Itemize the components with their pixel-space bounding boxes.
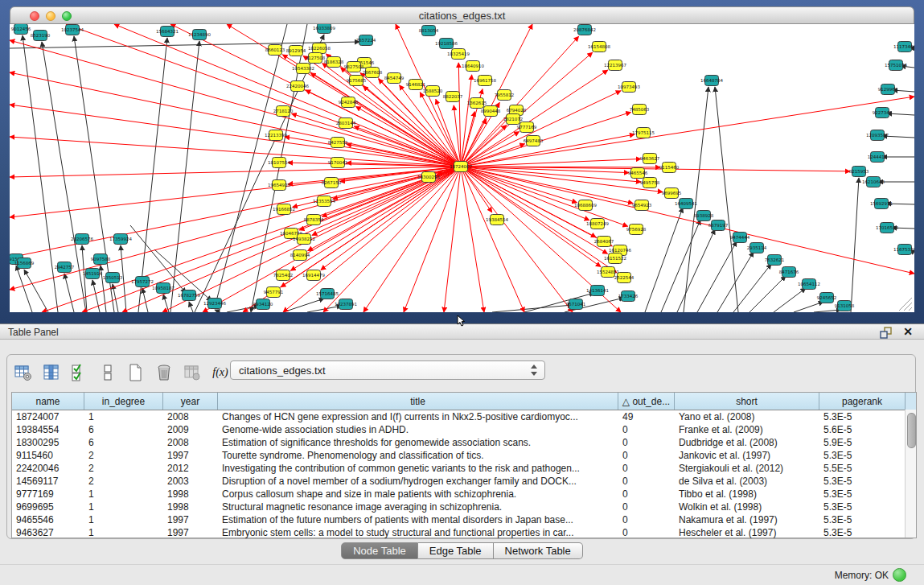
table-row[interactable]: 1938455462009Genome-wide association stu… (12, 423, 916, 436)
cell-in-degree[interactable]: 2 (84, 475, 163, 488)
cell-title[interactable]: Corpus callosum shape and size in male p… (218, 488, 618, 501)
cell-short[interactable]: Wolkin et al. (1998) (675, 501, 819, 513)
column-header-name[interactable]: name (12, 393, 84, 410)
cell-in-degree[interactable]: 1 (84, 488, 163, 501)
column-selection-button[interactable] (42, 363, 61, 382)
cell-name[interactable]: 9463627 (12, 526, 84, 539)
cell-pagerank[interactable]: 5.3E-5 (819, 449, 906, 462)
cell-title[interactable]: Embryonic stem cells: a model to study s… (218, 526, 618, 539)
select-all-rows-button[interactable] (70, 363, 89, 382)
cell-title[interactable]: Changes of HCN gene expression and I(f) … (218, 410, 618, 423)
cell-short[interactable]: Yano et al. (2008) (675, 410, 819, 423)
cell-year[interactable]: 2009 (163, 423, 218, 436)
cell-name[interactable]: 22420046 (12, 462, 84, 475)
cell-in-degree[interactable]: 1 (84, 410, 163, 423)
cell-pagerank[interactable]: 5.3E-5 (819, 475, 906, 488)
cell-name[interactable]: 14569117 (12, 475, 84, 488)
cell-out-de-[interactable]: 0 (618, 462, 675, 475)
cell-name[interactable]: 9465546 (12, 513, 84, 526)
table-row[interactable]: 946362711997Embryonic stem cells: a mode… (12, 526, 916, 539)
cell-pagerank[interactable]: 5.3E-5 (819, 513, 906, 526)
cell-in-degree[interactable]: 6 (84, 436, 163, 449)
cell-name[interactable]: 9115460 (12, 449, 84, 462)
cell-short[interactable]: Dudbridge et al. (2008) (675, 436, 819, 449)
cell-out-de-[interactable]: 0 (618, 436, 675, 449)
cell-out-de-[interactable]: 0 (618, 475, 675, 488)
table-settings-button[interactable] (14, 363, 33, 382)
cell-in-degree[interactable]: 2 (84, 449, 163, 462)
cell-pagerank[interactable]: 5.3E-5 (819, 488, 906, 501)
cell-title[interactable]: Genome-wide association studies in ADHD. (218, 423, 618, 436)
column-header-pagerank[interactable]: pagerank (819, 393, 906, 410)
close-panel-icon[interactable]: ✕ (903, 325, 913, 338)
float-panel-icon[interactable] (879, 327, 893, 339)
vertical-scrollbar[interactable] (905, 410, 916, 538)
cell-year[interactable]: 1998 (163, 501, 218, 513)
table-row[interactable]: 977716911998Corpus callosum shape and si… (12, 488, 916, 501)
cell-out-de-[interactable]: 0 (618, 501, 675, 513)
cell-year[interactable]: 1997 (163, 513, 218, 526)
cell-in-degree[interactable]: 1 (84, 513, 163, 526)
column-header-year[interactable]: year (163, 393, 218, 410)
column-header-title[interactable]: title (218, 393, 618, 410)
cell-title[interactable]: Investigating the contribution of common… (218, 462, 618, 475)
cell-short[interactable]: Franke et al. (2009) (675, 423, 819, 436)
cell-name[interactable]: 9777169 (12, 488, 84, 501)
table-row[interactable]: 969969511998Structural magnetic resonanc… (12, 501, 916, 513)
table-row[interactable]: 1830029562008Estimation of significance … (12, 436, 916, 449)
cell-year[interactable]: 2008 (163, 410, 218, 423)
tab-network-table[interactable]: Network Table (494, 542, 583, 559)
cell-pagerank[interactable]: 5.9E-5 (819, 436, 906, 449)
cell-year[interactable]: 1997 (163, 526, 218, 539)
new-table-button[interactable] (126, 363, 146, 382)
table-row[interactable]: 946554611997Estimation of the future num… (12, 513, 916, 526)
cell-short[interactable]: de Silva et al. (2003) (675, 475, 819, 488)
cell-year[interactable]: 2003 (163, 475, 218, 488)
clear-selection-button[interactable] (98, 363, 117, 382)
cell-pagerank[interactable]: 5.3E-5 (819, 501, 906, 513)
cell-pagerank[interactable]: 5.5E-5 (819, 462, 906, 475)
table-chooser-dropdown[interactable]: citations_edges.txt (230, 360, 545, 380)
cell-short[interactable]: Hescheler et al. (1997) (675, 526, 819, 539)
memory-status-indicator[interactable] (893, 568, 906, 582)
cell-in-degree[interactable]: 2 (84, 462, 163, 475)
cell-name[interactable]: 9699695 (12, 501, 84, 513)
cell-short[interactable]: Stergiakouli et al. (2012) (675, 462, 819, 475)
cell-short[interactable]: Nakamura et al. (1997) (675, 513, 819, 526)
cell-out-de-[interactable]: 0 (618, 488, 675, 501)
cell-title[interactable]: Estimation of significance thresholds fo… (218, 436, 618, 449)
column-header-in-degree[interactable]: in_degree (84, 393, 163, 410)
cell-out-de-[interactable]: 0 (618, 513, 675, 526)
tab-node-table[interactable]: Node Table (341, 542, 418, 559)
table-row[interactable]: 2242004622012Investigating the contribut… (12, 462, 916, 475)
network-window-titlebar[interactable]: citations_edges.txt (10, 6, 914, 24)
table-row[interactable]: 911546021997Tourette syndrome. Phenomeno… (12, 449, 916, 462)
cell-year[interactable]: 1998 (163, 488, 218, 501)
tab-edge-table[interactable]: Edge Table (418, 542, 494, 559)
cell-pagerank[interactable]: 5.6E-5 (819, 423, 906, 436)
cell-in-degree[interactable]: 1 (84, 526, 163, 539)
scrollbar-thumb[interactable] (907, 413, 916, 448)
cell-title[interactable]: Tourette syndrome. Phenomenology and cla… (218, 449, 618, 462)
table-row[interactable]: 1872400712008Changes of HCN gene express… (12, 410, 916, 423)
cell-pagerank[interactable]: 5.3E-5 (819, 526, 906, 539)
cell-out-de-[interactable]: 0 (618, 449, 675, 462)
cell-name[interactable]: 18724007 (12, 410, 84, 423)
network-graph[interactable]: 1872400786601238912954182260589127508818… (10, 24, 914, 312)
network-canvas[interactable]: 1872400786601238912954182260589127508818… (10, 24, 914, 312)
cell-name[interactable]: 19384554 (12, 423, 84, 436)
cell-pagerank[interactable]: 5.3E-5 (819, 410, 906, 423)
cell-year[interactable]: 1997 (163, 449, 218, 462)
cell-short[interactable]: Tibbo et al. (1998) (675, 488, 819, 501)
column-header-out-de-[interactable]: △ out_de... (618, 393, 675, 410)
cell-name[interactable]: 18300295 (12, 436, 84, 449)
table-row[interactable]: 1456911722003Disruption of a novel membe… (12, 475, 916, 488)
cell-out-de-[interactable]: 0 (618, 423, 675, 436)
cell-year[interactable]: 2008 (163, 436, 218, 449)
cell-title[interactable]: Disruption of a novel member of a sodium… (218, 475, 618, 488)
cell-year[interactable]: 2012 (163, 462, 218, 475)
cell-in-degree[interactable]: 1 (84, 501, 163, 513)
cell-title[interactable]: Structural magnetic resonance image aver… (218, 501, 618, 513)
delete-table-button[interactable] (154, 363, 174, 382)
function-builder-button[interactable]: f(x) (211, 363, 230, 382)
